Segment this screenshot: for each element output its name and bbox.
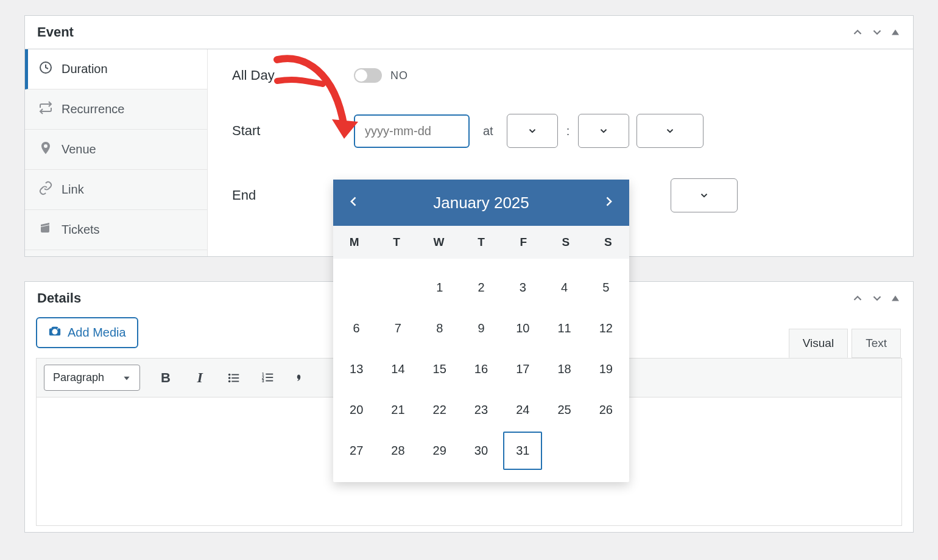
all-day-toggle[interactable] [354,68,382,83]
day-cell[interactable]: 29 [420,432,459,470]
day-cell[interactable]: 18 [545,350,584,388]
day-cell[interactable]: 13 [337,350,376,388]
end-ampm-select[interactable] [671,178,738,212]
editor-tabs: Visual Text [789,329,901,358]
day-cell[interactable]: 20 [337,391,376,429]
panel-controls [851,26,901,39]
add-media-button[interactable]: Add Media [36,317,138,348]
event-tabs: Duration Recurrence Venue Link [25,49,208,256]
tab-venue[interactable]: Venue [25,130,207,170]
day-cell[interactable]: 9 [462,309,501,348]
day-cell[interactable]: 6 [337,309,376,348]
weekday-label: F [503,226,545,259]
at-label: at [483,124,493,138]
day-cell[interactable]: 10 [503,309,542,348]
weekday-label: T [375,226,417,259]
weekday-label: W [418,226,460,259]
day-empty [337,268,376,307]
tab-duration-label: Duration [62,62,108,76]
format-select[interactable]: Paragraph [44,365,140,391]
repeat-icon [38,100,53,118]
details-panel-title: Details [37,290,81,306]
next-month-button[interactable] [600,193,617,212]
clock-icon [38,60,53,78]
day-cell[interactable]: 3 [503,268,542,307]
bullet-list-button[interactable] [225,369,242,387]
chevron-down-icon [699,190,710,201]
svg-marker-2 [892,296,899,301]
collapse-icon[interactable] [890,293,901,304]
tab-text[interactable]: Text [852,329,901,358]
tab-recurrence[interactable]: Recurrence [25,89,207,130]
start-minute-select[interactable] [578,114,629,148]
datepicker-grid: 1234567891011121314151617181920212223242… [333,259,629,482]
day-cell[interactable]: 26 [587,391,626,429]
day-cell[interactable]: 8 [420,309,459,348]
italic-button[interactable]: I [191,369,208,387]
tab-tickets[interactable]: Tickets [25,210,207,250]
svg-text:3: 3 [262,379,264,383]
weekday-label: S [545,226,587,259]
day-cell[interactable]: 24 [503,391,542,429]
day-cell[interactable]: 12 [587,309,626,348]
colon-label: : [566,124,570,138]
day-cell[interactable]: 16 [462,350,501,388]
day-cell[interactable]: 31 [503,432,542,470]
bold-button[interactable]: B [157,369,174,387]
move-down-icon[interactable] [870,292,884,305]
all-day-value: NO [390,69,408,82]
day-cell[interactable]: 1 [420,268,459,307]
tickets-icon [38,221,53,239]
svg-marker-4 [124,376,129,380]
datepicker-header: January 2025 [333,180,629,226]
day-cell[interactable]: 4 [545,268,584,307]
start-ampm-select[interactable] [636,114,704,148]
svg-rect-8 [231,377,239,379]
day-cell[interactable]: 25 [545,391,584,429]
day-cell[interactable]: 23 [462,391,501,429]
chevron-down-icon [527,125,538,136]
move-down-icon[interactable] [870,26,884,39]
numbered-list-button[interactable]: 123 [259,369,277,387]
svg-rect-14 [266,377,273,378]
day-cell[interactable]: 17 [503,350,542,388]
svg-rect-6 [231,374,239,375]
all-day-control: NO [354,68,408,83]
move-up-icon[interactable] [851,292,864,305]
add-media-label: Add Media [68,326,126,340]
day-cell[interactable]: 30 [462,432,501,470]
blockquote-button[interactable] [294,369,311,387]
panel-controls [851,292,901,305]
day-cell[interactable]: 28 [378,432,417,470]
day-cell[interactable]: 19 [587,350,626,388]
day-cell[interactable]: 22 [420,391,459,429]
media-icon [48,324,62,341]
day-cell[interactable]: 2 [462,268,501,307]
collapse-icon[interactable] [890,27,901,38]
link-icon [38,181,53,198]
row-all-day: All Day NO [232,68,889,83]
weekday-label: S [587,226,629,259]
day-cell[interactable]: 21 [378,391,417,429]
tab-tickets-label: Tickets [62,223,100,237]
tab-duration[interactable]: Duration [25,49,207,89]
svg-point-9 [228,380,231,382]
start-hour-select[interactable] [507,114,558,148]
day-cell[interactable]: 7 [378,309,417,348]
svg-rect-10 [231,380,239,382]
prev-month-button[interactable] [345,193,362,212]
tab-link[interactable]: Link [25,170,207,210]
start-label: Start [232,123,354,139]
move-up-icon[interactable] [851,26,864,39]
svg-rect-16 [266,380,273,381]
day-cell[interactable]: 5 [587,268,626,307]
event-panel-header: Event [25,16,913,49]
tab-visual[interactable]: Visual [789,329,848,358]
datepicker-weekdays: MTWTFSS [333,226,629,259]
chevron-down-icon [598,125,609,136]
day-cell[interactable]: 14 [378,350,417,388]
day-cell[interactable]: 15 [420,350,459,388]
day-cell[interactable]: 27 [337,432,376,470]
start-date-input[interactable] [354,114,470,148]
day-cell[interactable]: 11 [545,309,584,348]
